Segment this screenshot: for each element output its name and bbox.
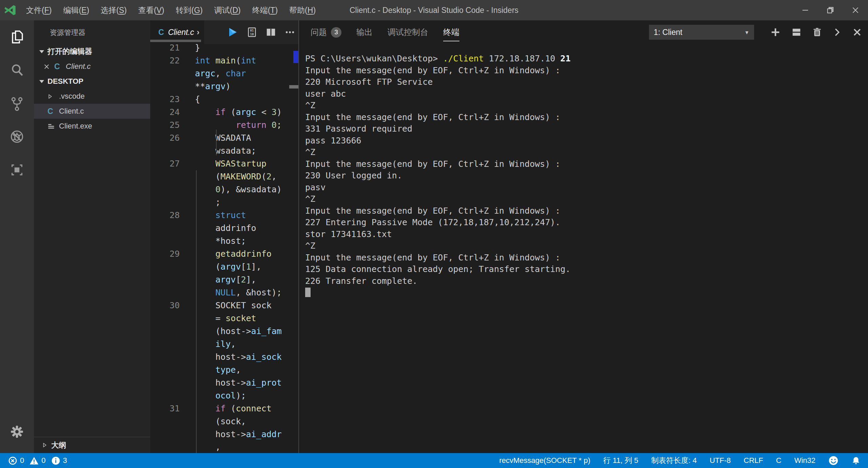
menu-D[interactable]: 调试(D) — [209, 0, 246, 20]
folder-section-header[interactable]: DESKTOP — [34, 74, 150, 89]
close-editor-icon[interactable] — [41, 64, 52, 70]
editor-scrollbar[interactable] — [289, 85, 298, 89]
status-problems[interactable]: 003 — [0, 456, 67, 465]
open-editors-header[interactable]: 打开的编辑器 — [34, 44, 150, 59]
vscode-window: 文件(F)编辑(E)选择(S)查看(V)转到(G)调试(D)终端(T)帮助(H)… — [0, 0, 868, 468]
status-item-4[interactable]: CRLF — [744, 456, 763, 465]
binary-view-button[interactable]: 0110 — [247, 27, 257, 37]
status-error-count[interactable]: 0 — [8, 456, 24, 465]
status-warning-count[interactable]: 0 — [29, 456, 45, 465]
kill-terminal-button[interactable] — [812, 27, 822, 37]
tab-scrollbar[interactable] — [150, 40, 201, 42]
terminal-output[interactable]: PS C:\Users\wukan\Desktop> ./Client 172.… — [305, 53, 865, 453]
terminal-line: ^Z — [305, 193, 865, 205]
split-editor-button[interactable] — [266, 27, 276, 37]
status-item-5[interactable]: C — [776, 456, 782, 465]
status-item-6[interactable]: Win32 — [794, 456, 815, 465]
line-number — [150, 351, 180, 364]
info-icon — [51, 456, 60, 465]
c-file-icon: C — [47, 107, 53, 116]
menu-S[interactable]: 选择(S) — [95, 0, 133, 20]
bell-icon[interactable] — [851, 456, 861, 465]
run-code-button[interactable] — [227, 27, 238, 38]
code-line: 22int main(int — [150, 54, 298, 67]
search-icon[interactable] — [0, 54, 34, 87]
panel-tab-label: 终端 — [443, 20, 459, 44]
status-item-3[interactable]: UTF-8 — [710, 456, 731, 465]
status-item-2[interactable]: 制表符长度: 4 — [651, 455, 697, 466]
new-terminal-button[interactable] — [770, 27, 781, 37]
status-count-value: 3 — [63, 456, 67, 465]
code-text: int main(int — [180, 54, 256, 67]
panel-tab-label: 调试控制台 — [388, 20, 428, 44]
restore-button[interactable] — [818, 0, 843, 20]
code-line: 28 struct — [150, 209, 298, 222]
close-panel-button[interactable] — [852, 27, 862, 37]
close-button[interactable] — [843, 0, 868, 20]
panel-tab-输出[interactable]: 输出 — [356, 20, 373, 44]
menu-F[interactable]: 文件(F) — [20, 0, 57, 20]
code-line: 31 if (connect — [150, 402, 298, 415]
line-number: 21 — [150, 44, 180, 54]
file-tree: .vscodeCClient.cClient.exe — [34, 89, 150, 134]
line-number — [150, 170, 180, 183]
code-line: 23{ — [150, 93, 298, 106]
line-number — [150, 80, 180, 93]
tree-item-Client-exe[interactable]: Client.exe — [34, 119, 150, 134]
status-item-0[interactable]: recvMessage(SOCKET * p) — [499, 456, 590, 465]
minimize-button[interactable] — [793, 0, 818, 20]
code-line: 29 getaddrinfo — [150, 248, 298, 260]
terminal-select[interactable]: 1: Client ▼ — [649, 25, 754, 40]
tree-item-Client-c[interactable]: CClient.c — [34, 104, 150, 119]
open-editor-item[interactable]: CClient.c — [34, 59, 150, 74]
terminal-line: stor 17341163.txt — [305, 229, 865, 240]
line-number — [150, 441, 180, 453]
settings-gear-icon[interactable] — [0, 415, 34, 448]
terminal-line: Input the message(end by EOF, Ctrl+Z in … — [305, 205, 865, 217]
code-line: addrinfo — [150, 222, 298, 235]
terminal-line: ^Z — [305, 240, 865, 252]
code-text: NULL, &host); — [180, 286, 282, 299]
outline-section[interactable]: 大纲 — [34, 437, 150, 453]
open-editor-label: Client.c — [66, 62, 91, 71]
code-editor[interactable]: 21}22int main(intargc, char**argv)23{24 … — [150, 44, 298, 453]
title-bar: 文件(F)编辑(E)选择(S)查看(V)转到(G)调试(D)终端(T)帮助(H)… — [0, 0, 868, 20]
maximize-panel-button[interactable] — [833, 28, 842, 37]
menu-V[interactable]: 查看(V) — [133, 0, 170, 20]
panel-tab-调试控制台[interactable]: 调试控制台 — [388, 20, 428, 44]
debug-icon[interactable] — [0, 120, 34, 153]
line-number: 29 — [150, 248, 180, 260]
terminal-line: pasv — [305, 182, 865, 194]
source-control-icon[interactable] — [0, 87, 34, 120]
code-line: ; — [150, 196, 298, 209]
line-number — [150, 338, 180, 351]
explorer-icon[interactable] — [0, 20, 34, 54]
tree-item--vscode[interactable]: .vscode — [34, 89, 150, 104]
extensions-icon[interactable] — [0, 153, 34, 187]
panel-tab-终端[interactable]: 终端 — [443, 20, 459, 44]
smiley-icon[interactable] — [828, 455, 839, 466]
sidebar-title: 资源管理器 — [34, 20, 150, 44]
terminal-controls: 1: Client ▼ — [649, 25, 862, 40]
code-line: 0), &wsadata) — [150, 183, 298, 196]
code-text: { — [180, 93, 200, 106]
menu-H[interactable]: 帮助(H) — [283, 0, 321, 20]
more-actions-button[interactable] — [285, 27, 295, 37]
panel-tab-问题[interactable]: 问题3 — [311, 20, 341, 44]
code-text: if (connect — [180, 402, 272, 415]
status-item-1[interactable]: 行 11, 列 5 — [603, 455, 638, 466]
menu-E[interactable]: 编辑(E) — [57, 0, 95, 20]
line-number: 30 — [150, 299, 180, 312]
code-line: 27 WSAStartup — [150, 157, 298, 170]
menu-G[interactable]: 转到(G) — [170, 0, 208, 20]
code-text: return 0; — [180, 119, 282, 132]
split-terminal-button[interactable] — [791, 27, 802, 37]
status-info-count[interactable]: 3 — [51, 456, 67, 465]
menu-T[interactable]: 终端(T) — [246, 0, 283, 20]
code-text: (host->ai_fam — [180, 325, 282, 338]
code-text: SOCKET sock — [180, 299, 272, 312]
terminal-line: Input the message(end by EOF, Ctrl+Z in … — [305, 158, 865, 170]
code-line: , — [150, 441, 298, 453]
code-line: = socket — [150, 312, 298, 325]
line-number: 31 — [150, 402, 180, 415]
